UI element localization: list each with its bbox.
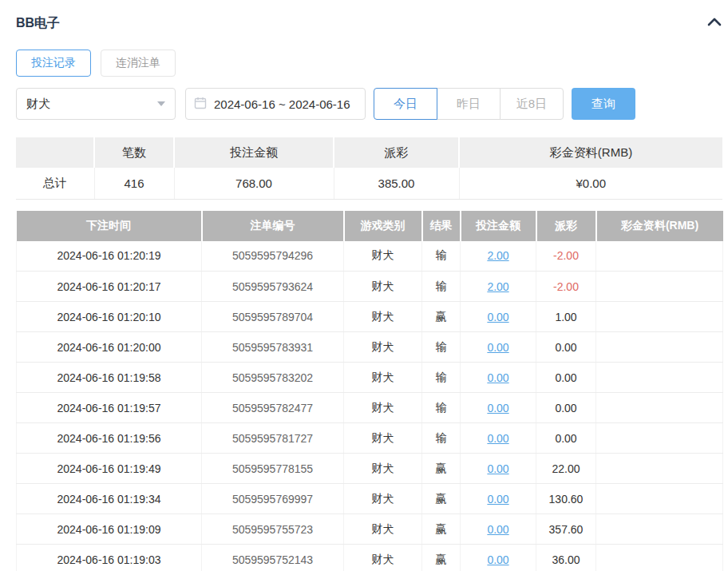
cell-bonus	[596, 272, 723, 302]
bet-amount-link[interactable]: 0.00	[487, 493, 508, 506]
table-row: 2024-06-16 01:19:345059595769997财犬赢0.001…	[17, 484, 723, 514]
cell-result: 赢	[422, 484, 461, 514]
table-row: 2024-06-16 01:19:585059595783202财犬输0.000…	[17, 363, 723, 393]
bet-amount-link[interactable]: 0.00	[487, 553, 508, 566]
yesterday-button[interactable]: 昨日	[437, 88, 500, 120]
cell-result: 赢	[422, 454, 461, 484]
bet-amount-link[interactable]: 0.00	[487, 341, 508, 354]
cell-game: 财犬	[344, 393, 422, 423]
cell-payout: 22.00	[536, 454, 596, 484]
bet-amount-link[interactable]: 0.00	[487, 402, 508, 414]
cell-result: 赢	[422, 545, 461, 571]
cell-bonus	[596, 545, 723, 571]
date-range-picker[interactable]: 2024-06-16 ~ 2024-06-16	[185, 88, 366, 120]
date-range-value: 2024-06-16 ~ 2024-06-16	[214, 97, 350, 111]
search-button[interactable]: 查询	[572, 88, 635, 120]
game-select[interactable]: 财犬	[16, 88, 176, 120]
header-bet-amount: 投注金额	[461, 211, 536, 241]
cell-bonus	[596, 332, 723, 363]
cell-amount: 0.00	[461, 393, 536, 423]
table-row: 2024-06-16 01:19:095059595755723财犬赢0.003…	[17, 514, 723, 545]
today-button[interactable]: 今日	[374, 88, 437, 120]
header-bonus: 彩金资料(RMB)	[596, 211, 723, 241]
bet-amount-link[interactable]: 2.00	[487, 249, 508, 262]
bet-amount-link[interactable]: 2.00	[487, 280, 508, 293]
cell-payout: -2.00	[536, 272, 596, 302]
header-result: 结果	[422, 211, 461, 241]
cell-time: 2024-06-16 01:19:56	[17, 423, 202, 454]
quick-date-button-group: 今日 昨日 近8日	[374, 88, 564, 120]
cell-time: 2024-06-16 01:19:57	[17, 393, 202, 423]
bet-amount-link[interactable]: 0.00	[487, 371, 508, 384]
last-8-days-button-label: 近8日	[516, 97, 547, 112]
summary-header-blank	[16, 137, 94, 168]
cell-game: 财犬	[344, 302, 422, 332]
bet-records-panel: BB电子 投注记录 连消注单 财犬	[0, 0, 728, 571]
cell-amount: 0.00	[461, 484, 536, 514]
cell-amount: 2.00	[461, 272, 536, 302]
cell-time: 2024-06-16 01:19:58	[17, 363, 202, 393]
summary-header-count: 笔数	[94, 137, 174, 168]
cell-order: 5059595769997	[202, 484, 344, 514]
table-row: 2024-06-16 01:19:565059595781727财犬输0.000…	[17, 423, 723, 454]
header-game-category: 游戏类别	[344, 211, 422, 241]
bet-amount-link[interactable]: 0.00	[487, 462, 508, 475]
cell-time: 2024-06-16 01:19:09	[17, 514, 202, 545]
cell-game: 财犬	[344, 545, 422, 571]
table-row: 2024-06-16 01:20:105059595789704财犬赢0.001…	[17, 302, 723, 332]
cell-order: 5059595793624	[202, 272, 344, 302]
table-row: 2024-06-16 01:19:495059595778155财犬赢0.002…	[17, 454, 723, 484]
cell-order: 5059595781727	[202, 423, 344, 454]
header-payout: 派彩	[536, 211, 596, 241]
cell-bonus	[596, 241, 723, 272]
cell-order: 5059595752143	[202, 545, 344, 571]
page-title: BB电子	[16, 15, 60, 32]
cell-bonus	[596, 484, 723, 514]
last-8-days-button[interactable]: 近8日	[500, 88, 564, 120]
summary-header-bonus: 彩金资料(RMB)	[459, 137, 722, 168]
cell-payout: 36.00	[536, 545, 596, 571]
cell-bonus	[596, 514, 723, 545]
summary-total-row: 总计 416 768.00 385.00 ¥0.00	[16, 168, 722, 199]
tab-cancelled-orders[interactable]: 连消注单	[101, 50, 176, 77]
cell-order: 5059595789704	[202, 302, 344, 332]
cell-game: 财犬	[344, 514, 422, 545]
cell-payout: 0.00	[536, 332, 596, 363]
caret-down-icon	[157, 101, 165, 106]
cell-game: 财犬	[344, 332, 422, 363]
summary-total-count: 416	[94, 168, 174, 199]
cell-amount: 0.00	[461, 454, 536, 484]
tab-bet-records[interactable]: 投注记录	[16, 50, 91, 77]
cell-bonus	[596, 363, 723, 393]
tab-bar: 投注记录 连消注单	[16, 50, 722, 77]
cell-payout: 0.00	[536, 363, 596, 393]
cell-payout: 357.60	[536, 514, 596, 545]
chevron-up-icon	[706, 16, 722, 30]
bet-amount-link[interactable]: 0.00	[487, 311, 508, 323]
table-row: 2024-06-16 01:19:035059595752143财犬赢0.003…	[17, 545, 723, 571]
header-order-number: 注单编号	[202, 211, 344, 241]
cell-time: 2024-06-16 01:19:49	[17, 454, 202, 484]
cell-payout: 0.00	[536, 423, 596, 454]
panel-header: BB电子	[16, 11, 722, 35]
cell-result: 赢	[422, 302, 461, 332]
table-row: 2024-06-16 01:20:005059595783931财犬输0.000…	[17, 332, 723, 363]
bet-amount-link[interactable]: 0.00	[487, 432, 508, 445]
summary-total-payout: 385.00	[334, 168, 459, 199]
yesterday-button-label: 昨日	[457, 97, 481, 112]
summary-header-payout: 派彩	[334, 137, 459, 168]
cell-game: 财犬	[344, 272, 422, 302]
filter-row: 财犬 2024-06-16 ~ 2024-06-16 今日 昨日 近8日	[16, 88, 722, 120]
cell-game: 财犬	[344, 423, 422, 454]
cell-result: 输	[422, 393, 461, 423]
collapse-button[interactable]	[706, 16, 722, 30]
cell-bonus	[596, 393, 723, 423]
cell-payout: 130.60	[536, 484, 596, 514]
cell-game: 财犬	[344, 241, 422, 272]
cell-amount: 2.00	[461, 241, 536, 272]
cell-order: 5059595783202	[202, 363, 344, 393]
bet-amount-link[interactable]: 0.00	[487, 523, 508, 536]
cell-amount: 0.00	[461, 302, 536, 332]
tab-label: 连消注单	[116, 56, 160, 70]
cell-game: 财犬	[344, 454, 422, 484]
